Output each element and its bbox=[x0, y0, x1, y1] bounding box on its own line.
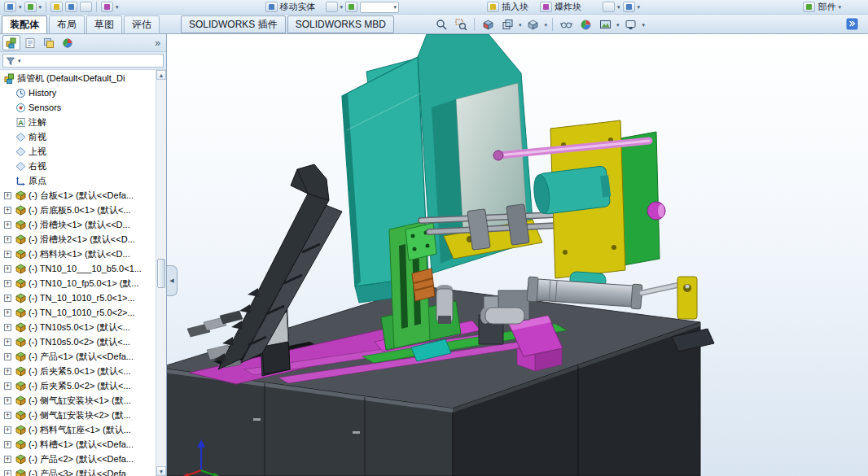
expand-icon[interactable]: + bbox=[4, 265, 11, 273]
tree-item[interactable]: +(-) 滑槽块<1> (默认<<D... bbox=[0, 217, 156, 232]
view-settings-icon[interactable] bbox=[623, 16, 639, 33]
toolbar-icon[interactable] bbox=[65, 2, 77, 12]
panel-tab-overflow[interactable]: » bbox=[151, 37, 164, 49]
tree-item[interactable]: +(-) 侧气缸安装块<1> (默... bbox=[0, 393, 156, 408]
expand-icon[interactable]: + bbox=[4, 412, 11, 419]
toolbar-icon[interactable] bbox=[345, 2, 357, 12]
tree-item[interactable]: +(-) TN10s5.0<2> (默认<... bbox=[0, 334, 156, 349]
tree-item[interactable]: A注解 bbox=[0, 115, 156, 129]
tree-item[interactable]: 上视 bbox=[0, 144, 156, 159]
view-orientation-icon[interactable] bbox=[499, 16, 515, 33]
expand-icon[interactable]: + bbox=[4, 324, 11, 331]
tab-layout[interactable]: 布局 bbox=[49, 15, 85, 33]
expand-icon[interactable]: + bbox=[4, 353, 11, 360]
tree-item[interactable]: 原点 bbox=[0, 173, 156, 188]
dropdown-caret-icon[interactable]: ▾ bbox=[617, 4, 620, 10]
feature-manager-tab-icon[interactable] bbox=[2, 35, 20, 50]
tree-item[interactable]: +(-) 产品<3> (默认<<Defa bbox=[0, 466, 156, 476]
tab-solidworks-addins[interactable]: SOLIDWORKS 插件 bbox=[181, 15, 286, 33]
dropdown-caret-icon[interactable]: ▾ bbox=[642, 22, 646, 28]
tab-sketch[interactable]: 草图 bbox=[86, 15, 122, 33]
tree-item[interactable]: +(-) 后夹紧5.0<1> (默认<... bbox=[0, 364, 156, 378]
tree-item[interactable]: +(-) TN10_10_fp5.0<1> (默... bbox=[0, 276, 156, 290]
tree-item[interactable]: +(-) TN_10_1010_r5.0<2>... bbox=[0, 305, 156, 320]
expand-icon[interactable]: + bbox=[4, 236, 11, 243]
dropdown-caret-icon[interactable]: ▾ bbox=[616, 22, 620, 28]
expand-icon[interactable]: + bbox=[4, 192, 11, 199]
tree-item[interactable]: 右视 bbox=[0, 159, 156, 173]
expand-icon[interactable]: + bbox=[4, 368, 11, 375]
hide-show-items-icon[interactable] bbox=[558, 16, 574, 33]
toolbar-icon[interactable] bbox=[50, 2, 63, 12]
scrollbar-down-icon[interactable]: ▼ bbox=[156, 466, 166, 476]
expand-icon[interactable]: + bbox=[4, 309, 11, 317]
tree-item[interactable]: +(-) 产品<2> (默认<<Defa... bbox=[0, 452, 156, 466]
dropdown-caret-icon[interactable]: ▾ bbox=[19, 4, 22, 10]
expand-commandmanager-icon[interactable] bbox=[844, 15, 860, 32]
3d-viewport-canvas[interactable] bbox=[167, 34, 868, 476]
zoom-area-icon[interactable] bbox=[453, 16, 469, 33]
filter-input[interactable] bbox=[24, 55, 160, 66]
dropdown-caret-icon[interactable]: ▾ bbox=[340, 4, 344, 10]
expand-icon[interactable]: + bbox=[4, 470, 11, 476]
tree-item[interactable]: +(-) 后夹紧5.0<2> (默认<... bbox=[0, 378, 156, 393]
move-entity-button[interactable]: 移动实体 bbox=[264, 1, 318, 13]
toolbar-icon[interactable] bbox=[101, 2, 113, 12]
tree-root-item[interactable]: 插管机 (Default<Default_Di bbox=[0, 71, 156, 85]
zoom-fit-icon[interactable] bbox=[433, 16, 449, 33]
tab-evaluate[interactable]: 评估 bbox=[124, 15, 160, 33]
section-view-icon[interactable] bbox=[480, 16, 496, 33]
tree-item[interactable]: +(-) 滑槽块2<1> (默认<<D... bbox=[0, 232, 156, 247]
tree-item[interactable]: +(-) 档料气缸座<1> (默认... bbox=[0, 422, 156, 437]
expand-icon[interactable]: + bbox=[4, 295, 11, 302]
expand-icon[interactable]: + bbox=[4, 280, 11, 287]
property-manager-tab-icon[interactable] bbox=[21, 35, 39, 50]
display-style-icon[interactable] bbox=[525, 16, 541, 33]
tree-item[interactable]: +(-) TN10s5.0<1> (默认<... bbox=[0, 320, 156, 334]
toolbar-icon[interactable] bbox=[80, 2, 92, 12]
tree-item[interactable]: +(-) 档料块<1> (默认<<D... bbox=[0, 247, 156, 261]
motor-cylinder[interactable] bbox=[532, 165, 612, 215]
tree-item[interactable]: 前视 bbox=[0, 129, 156, 144]
dropdown-caret-icon[interactable]: ▾ bbox=[18, 58, 21, 63]
expand-icon[interactable]: + bbox=[4, 221, 11, 229]
expand-icon[interactable]: + bbox=[4, 441, 11, 448]
component-button[interactable]: 部件 ▾ bbox=[801, 1, 843, 13]
tree-item[interactable]: Sensors bbox=[0, 100, 156, 115]
tab-assembly[interactable]: 装配体 bbox=[2, 15, 47, 33]
scrollbar-up-icon[interactable]: ▲ bbox=[156, 70, 166, 80]
insert-block-button[interactable]: 插入块 bbox=[485, 1, 530, 13]
tree-item[interactable]: +(-) 产品<1> (默认<<Defa... bbox=[0, 349, 156, 364]
dropdown-caret-icon[interactable]: ▾ bbox=[638, 4, 641, 10]
collapse-panel-handle[interactable]: ◀ bbox=[167, 265, 178, 296]
toolbar-icon[interactable] bbox=[623, 2, 635, 12]
expand-icon[interactable]: + bbox=[4, 426, 11, 434]
tab-solidworks-mbd[interactable]: SOLIDWORKS MBD bbox=[287, 15, 394, 33]
tree-scrollbar[interactable]: ▲ ▼ bbox=[156, 70, 166, 476]
tree-item[interactable]: +(-) 侧气缸安装块<2> (默... bbox=[0, 408, 156, 422]
explode-block-button[interactable]: 爆炸块 bbox=[538, 1, 583, 13]
expand-icon[interactable]: + bbox=[4, 251, 11, 258]
toolbar-combobox[interactable]: ▾ bbox=[360, 2, 399, 13]
tree-item[interactable]: +(-) TN_10_1010_r5.0<1>... bbox=[0, 290, 156, 305]
tree-item[interactable]: History bbox=[0, 85, 156, 100]
graphics-area[interactable] bbox=[167, 34, 868, 476]
edit-appearance-icon[interactable] bbox=[577, 16, 594, 33]
toolbar-icon[interactable] bbox=[4, 2, 16, 12]
tree-item[interactable]: +(-) TN10_10___10_b5.0<1... bbox=[0, 261, 156, 276]
expand-icon[interactable]: + bbox=[4, 456, 11, 463]
dropdown-caret-icon[interactable]: ▾ bbox=[39, 4, 42, 10]
tree-item[interactable]: +(-) 台板<1> (默认<<Defa... bbox=[0, 188, 156, 203]
expand-icon[interactable]: + bbox=[4, 207, 11, 214]
expand-icon[interactable]: + bbox=[4, 382, 11, 390]
toolbar-icon[interactable] bbox=[326, 2, 338, 12]
tree-filter-field[interactable]: ▾ bbox=[2, 54, 164, 68]
toolbar-icon[interactable] bbox=[603, 2, 615, 12]
display-manager-tab-icon[interactable] bbox=[59, 35, 77, 50]
dropdown-caret-icon[interactable]: ▾ bbox=[519, 22, 522, 28]
hopper-sheet-metal[interactable] bbox=[342, 34, 534, 303]
expand-icon[interactable]: + bbox=[4, 397, 11, 404]
scrollbar-track[interactable] bbox=[156, 80, 166, 466]
expand-icon[interactable]: + bbox=[4, 338, 11, 346]
tree-item[interactable]: +(-) 料槽<1> (默认<<Defa... bbox=[0, 437, 156, 452]
